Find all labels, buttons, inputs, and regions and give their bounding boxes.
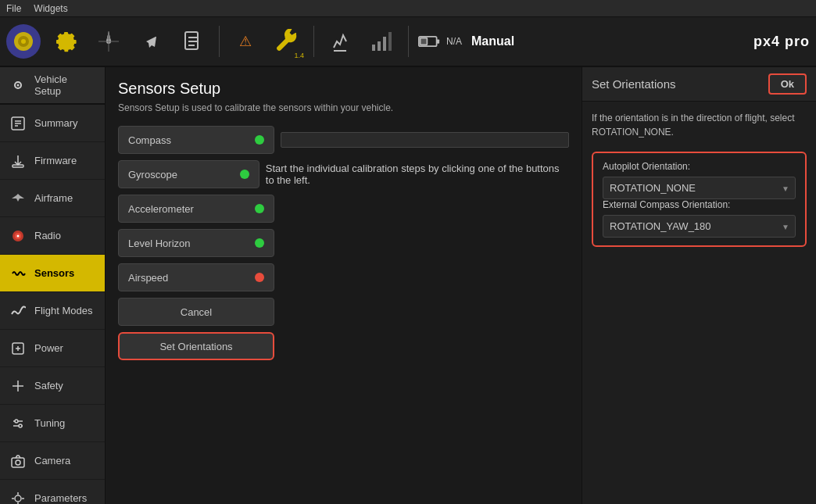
settings-icon[interactable] (47, 20, 86, 63)
sidebar-item-airframe[interactable]: Airframe (0, 180, 105, 217)
wrench-icon[interactable]: 1.4 (268, 20, 307, 63)
sensor-instruction-text: Start the individual calibration steps b… (266, 163, 569, 186)
antenna-icon[interactable] (320, 20, 360, 63)
warning-icon[interactable]: ⚠ (226, 20, 265, 63)
sidebar-item-radio[interactable]: Radio (0, 217, 105, 255)
tuning-label: Tuning (34, 417, 65, 429)
sidebar-item-vehicle-setup[interactable]: Vehicle Setup (0, 67, 105, 105)
sidebar-item-firmware[interactable]: Firmware (0, 142, 105, 180)
svg-rect-10 (378, 41, 381, 51)
compass-label: Compass (128, 134, 171, 146)
level-horizon-label: Level Horizon (128, 238, 191, 249)
safety-label: Safety (34, 380, 63, 391)
cancel-button[interactable]: Cancel (118, 298, 274, 326)
radio-icon (9, 227, 27, 245)
signal-icon[interactable] (363, 20, 402, 63)
set-orientations-label: Set Orientations (159, 341, 232, 352)
compass-status-dot (255, 135, 264, 145)
svg-rect-14 (437, 39, 440, 43)
airspeed-status-dot (255, 273, 264, 282)
parameters-icon (9, 490, 27, 505)
svg-rect-12 (388, 32, 392, 51)
right-panel-title: Set Orientations (592, 77, 676, 91)
firmware-icon (9, 152, 27, 170)
right-panel: Set Orientations Ok If the orientation i… (582, 67, 816, 504)
right-panel-header: Set Orientations Ok (582, 67, 816, 102)
external-compass-orientation-select[interactable]: ROTATION_NONE ROTATION_YAW_45 ROTATION_Y… (603, 215, 796, 238)
gyroscope-label: Gyroscope (128, 169, 177, 181)
menu-file[interactable]: File (6, 3, 21, 14)
flight-modes-label: Flight Modes (34, 305, 92, 316)
airframe-icon (9, 190, 27, 207)
airspeed-row: Airspeed (118, 263, 569, 291)
flight-mode-label: Manual (471, 34, 514, 48)
autopilot-orientation-select[interactable]: ROTATION_NONE ROTATION_YAW_45 ROTATION_Y… (603, 177, 796, 199)
autopilot-orientation-wrapper: ROTATION_NONE ROTATION_YAW_45 ROTATION_Y… (603, 177, 796, 199)
sidebar: Vehicle Setup Summary Firmware (0, 67, 106, 504)
sidebar-item-camera[interactable]: Camera (0, 442, 105, 480)
accelerometer-label: Accelerometer (128, 203, 194, 215)
vehicle-setup-label: Vehicle Setup (34, 73, 95, 97)
sensors-label: Sensors (34, 267, 74, 279)
toolbar-divider-3 (408, 26, 409, 57)
sidebar-item-parameters[interactable]: Parameters (0, 480, 105, 504)
app-logo[interactable] (6, 24, 41, 59)
summary-label: Summary (34, 117, 78, 129)
level-horizon-status-dot (255, 238, 264, 248)
toolbar-divider-1 (219, 26, 220, 57)
camera-icon (9, 452, 27, 470)
sidebar-item-tuning[interactable]: Tuning (0, 405, 105, 442)
ok-button[interactable]: Ok (768, 73, 807, 95)
sidebar-item-safety[interactable]: Safety (0, 367, 105, 405)
level-horizon-button[interactable]: Level Horizon (118, 229, 274, 257)
svg-rect-35 (12, 458, 24, 467)
set-orientations-button[interactable]: Set Orientations (118, 332, 274, 360)
sidebar-item-summary[interactable]: Summary (0, 105, 105, 142)
camera-label: Camera (34, 455, 70, 466)
sidebar-item-sensors[interactable]: Sensors (0, 255, 105, 292)
compass-progress-bar (281, 132, 569, 148)
svg-point-33 (15, 420, 18, 423)
gyroscope-button[interactable]: Gyroscope (118, 160, 259, 188)
svg-point-25 (17, 234, 20, 237)
level-horizon-row: Level Horizon (118, 229, 569, 257)
airspeed-button[interactable]: Airspeed (118, 263, 274, 291)
summary-icon (9, 115, 27, 132)
gyroscope-status-dot (240, 170, 249, 179)
svg-rect-22 (13, 165, 23, 167)
gyroscope-row: Gyroscope Start the individual calibrati… (118, 160, 569, 188)
orientation-settings-group: Autopilot Orientation: ROTATION_NONE ROT… (592, 152, 807, 247)
navigation-icon[interactable] (89, 20, 128, 63)
svg-point-17 (17, 84, 20, 87)
cancel-label: Cancel (181, 306, 212, 318)
power-icon (9, 340, 27, 357)
battery-label: N/A (446, 36, 462, 47)
external-compass-orientation-wrapper: ROTATION_NONE ROTATION_YAW_45 ROTATION_Y… (603, 215, 796, 238)
svg-point-2 (21, 39, 26, 44)
content-area: Sensors Setup Sensors Setup is used to c… (106, 67, 582, 504)
px4-logo: px4 pro (753, 34, 810, 50)
radio-label: Radio (34, 230, 61, 241)
menu-widgets[interactable]: Widgets (34, 3, 67, 14)
plane-icon[interactable] (131, 20, 170, 63)
airspeed-label: Airspeed (128, 272, 168, 284)
page-subtitle: Sensors Setup is used to calibrate the s… (118, 102, 569, 113)
external-compass-orientation-label: External Compass Orientation: (603, 199, 796, 210)
airframe-label: Airframe (34, 192, 73, 204)
sidebar-item-flight-modes[interactable]: Flight Modes (0, 292, 105, 330)
version-label: 1.4 (294, 52, 304, 59)
compass-button[interactable]: Compass (118, 126, 274, 154)
file-icon[interactable] (174, 20, 213, 63)
sidebar-item-power[interactable]: Power (0, 330, 105, 367)
battery-status: N/A (418, 34, 462, 48)
svg-point-36 (16, 460, 20, 465)
compass-row: Compass (118, 126, 569, 154)
svg-rect-9 (372, 45, 375, 51)
menu-bar: File Widgets (0, 0, 816, 17)
accelerometer-button[interactable]: Accelerometer (118, 195, 274, 223)
power-label: Power (34, 342, 63, 354)
tuning-icon (9, 415, 27, 432)
accelerometer-status-dot (255, 204, 264, 213)
svg-point-34 (19, 424, 22, 427)
flight-modes-icon (9, 302, 27, 320)
